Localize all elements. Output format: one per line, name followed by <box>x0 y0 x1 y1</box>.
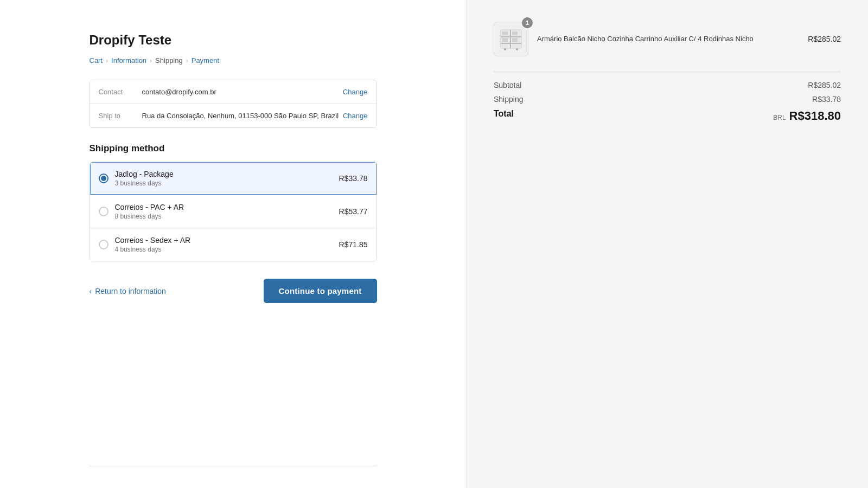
subtotal-label: Subtotal <box>494 81 521 89</box>
return-link-label: Return to information <box>95 287 166 296</box>
radio-jadlog <box>99 174 108 183</box>
shipping-name-sedex: Correios - Sedex + AR <box>115 236 333 245</box>
breadcrumb: Cart › Information › Shipping › Payment <box>90 56 377 65</box>
info-box: Contact contato@dropify.com.br Change Sh… <box>90 80 377 128</box>
order-divider <box>494 72 841 72</box>
right-panel: 1 Armário Balcão Nicho Cozinha Carrinho … <box>467 0 868 488</box>
shipping-value: R$33.78 <box>812 95 841 104</box>
shipping-price-jadlog: R$33.78 <box>339 174 368 183</box>
shipping-price-sedex: R$71.85 <box>339 240 368 249</box>
shipping-days-jadlog: 3 business days <box>115 179 333 187</box>
shipping-days-sedex: 4 business days <box>115 246 333 253</box>
ship-to-label: Ship to <box>99 112 142 120</box>
currency-code: BRL <box>773 114 786 121</box>
product-image-svg <box>499 27 524 52</box>
breadcrumb-sep-3: › <box>186 57 188 65</box>
total-row: Total BRL R$318.80 <box>494 109 841 123</box>
product-image-wrap: 1 <box>494 22 528 56</box>
bottom-divider <box>90 466 377 466</box>
shipping-option-jadlog[interactable]: Jadlog - Package 3 business days R$33.78 <box>90 162 376 195</box>
shipping-label: Shipping <box>494 95 524 104</box>
product-price: R$285.02 <box>808 35 841 43</box>
contact-label: Contact <box>99 88 142 96</box>
radio-pac <box>99 207 108 216</box>
return-to-information-link[interactable]: ‹ Return to information <box>90 287 166 296</box>
subtotal-value: R$285.02 <box>808 81 841 89</box>
breadcrumb-cart[interactable]: Cart <box>90 56 103 65</box>
svg-point-4 <box>504 48 506 50</box>
ship-to-row: Ship to Rua da Consolação, Nenhum, 01153… <box>90 104 376 127</box>
radio-sedex <box>99 240 108 249</box>
breadcrumb-sep-1: › <box>106 57 108 65</box>
quantity-badge: 1 <box>522 17 533 28</box>
shipping-row: Shipping R$33.78 <box>494 95 841 104</box>
store-title: Dropify Teste <box>90 33 377 48</box>
svg-rect-9 <box>512 31 518 35</box>
svg-rect-3 <box>510 30 511 48</box>
radio-jadlog-inner <box>101 176 106 181</box>
svg-point-5 <box>516 48 518 50</box>
product-name: Armário Balcão Nicho Cozinha Carrinho Au… <box>537 34 799 44</box>
order-item: 1 Armário Balcão Nicho Cozinha Carrinho … <box>494 22 841 56</box>
shipping-options: Jadlog - Package 3 business days R$33.78… <box>90 162 377 261</box>
contact-row: Contact contato@dropify.com.br Change <box>90 80 376 104</box>
left-panel: Dropify Teste Cart › Information › Shipp… <box>0 0 467 488</box>
shipping-info-pac: Correios - PAC + AR 8 business days <box>115 203 333 220</box>
contact-change-link[interactable]: Change <box>343 88 368 96</box>
shipping-name-pac: Correios - PAC + AR <box>115 203 333 211</box>
shipping-info-jadlog: Jadlog - Package 3 business days <box>115 170 333 187</box>
total-amount: R$318.80 <box>789 109 841 123</box>
svg-rect-7 <box>512 38 518 42</box>
shipping-method-title: Shipping method <box>90 143 377 154</box>
svg-rect-8 <box>502 31 508 35</box>
breadcrumb-information[interactable]: Information <box>111 56 146 65</box>
chevron-left-icon: ‹ <box>90 287 92 296</box>
continue-to-payment-button[interactable]: Continue to payment <box>264 279 377 303</box>
shipping-days-pac: 8 business days <box>115 213 333 220</box>
contact-value: contato@dropify.com.br <box>142 88 343 96</box>
ship-to-value: Rua da Consolação, Nenhum, 01153-000 São… <box>142 112 343 120</box>
breadcrumb-sep-2: › <box>150 57 152 65</box>
shipping-price-pac: R$53.77 <box>339 207 368 216</box>
svg-rect-6 <box>502 38 508 42</box>
shipping-option-pac[interactable]: Correios - PAC + AR 8 business days R$53… <box>90 195 376 228</box>
ship-to-change-link[interactable]: Change <box>343 112 368 120</box>
breadcrumb-payment: Payment <box>192 56 219 65</box>
product-image <box>494 22 528 56</box>
breadcrumb-shipping: Shipping <box>155 56 183 65</box>
shipping-info-sedex: Correios - Sedex + AR 4 business days <box>115 236 333 253</box>
footer-actions: ‹ Return to information Continue to paym… <box>90 279 377 303</box>
subtotal-row: Subtotal R$285.02 <box>494 81 841 89</box>
shipping-name-jadlog: Jadlog - Package <box>115 170 333 178</box>
total-right: BRL R$318.80 <box>773 109 841 123</box>
total-label: Total <box>494 109 514 123</box>
shipping-option-sedex[interactable]: Correios - Sedex + AR 4 business days R$… <box>90 228 376 261</box>
